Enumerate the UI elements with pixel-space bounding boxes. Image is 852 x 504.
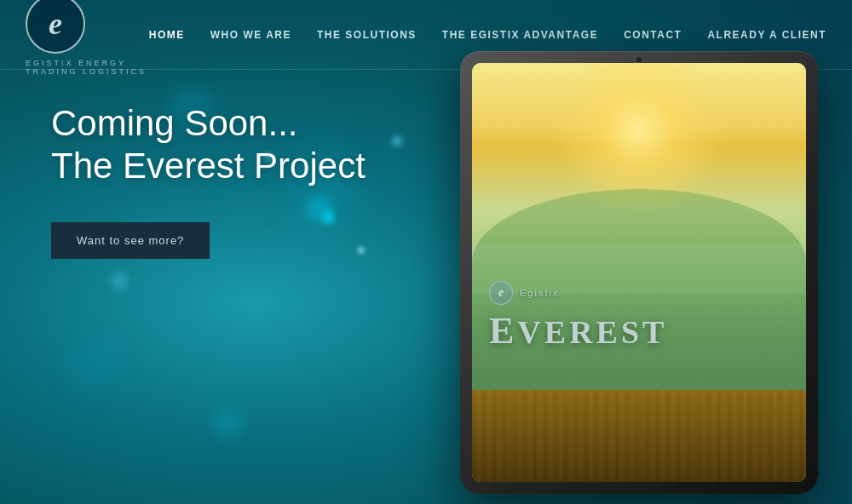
screen-everest-rest: VEREST xyxy=(517,314,667,350)
nav-contact[interactable]: CONTACT xyxy=(624,29,682,41)
bokeh-8 xyxy=(68,341,119,392)
bokeh-6 xyxy=(392,136,402,146)
main-nav: HOME WHO WE ARE THE SOLUTIONS THE EGISTI… xyxy=(149,29,826,41)
screen-everest-text: EVEREST xyxy=(489,309,667,352)
nav-who-we-are[interactable]: WHO WE ARE xyxy=(210,29,291,41)
logo-area: e EGISTIX ENERGY TRADING LOGISTICS xyxy=(26,0,149,76)
tablet-camera xyxy=(636,57,642,62)
screen-egistix-logo: e Egistix xyxy=(489,281,559,305)
screen-brand-overlay: e Egistix EVEREST xyxy=(472,243,806,390)
tablet-screen: e Egistix EVEREST xyxy=(472,63,806,482)
nav-already-client[interactable]: ALREADY A CLIENT xyxy=(707,29,826,41)
screen-egistix-text: Egistix xyxy=(520,288,559,298)
nav-the-solutions[interactable]: THE SOLUTIONS xyxy=(317,29,417,41)
hero-line1: Coming Soon... xyxy=(51,102,366,145)
nav-home[interactable]: HOME xyxy=(149,29,185,41)
cta-button[interactable]: Want to see more? xyxy=(51,222,210,259)
logo-circle: e xyxy=(26,0,85,54)
screen-wood xyxy=(472,390,806,482)
screen-logo-circle: e xyxy=(489,281,513,305)
bokeh-10 xyxy=(213,409,243,438)
logo-letter: e xyxy=(49,9,62,39)
bokeh-5 xyxy=(111,272,128,289)
hero-line2: The Everest Project xyxy=(51,145,366,187)
screen-everest-first: E xyxy=(489,310,517,352)
hero-content: Coming Soon... The Everest Project Want … xyxy=(51,102,366,259)
company-name: EGISTIX ENERGY TRADING LOGISTICS xyxy=(26,59,149,76)
wood-grain xyxy=(472,390,806,482)
nav-egistix-advantage[interactable]: THE EGISTIX ADVANTAGE xyxy=(442,29,598,41)
tablet-mockup: e Egistix EVEREST xyxy=(460,51,852,502)
tablet-frame: e Egistix EVEREST xyxy=(460,51,818,494)
